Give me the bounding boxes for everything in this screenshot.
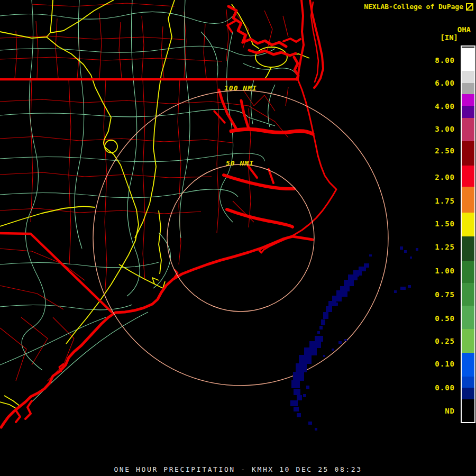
legend-band xyxy=(462,329,474,353)
precip-echo xyxy=(294,407,299,411)
legend-tick-label: ND xyxy=(413,406,455,416)
legend-tick-label: 3.00 xyxy=(413,124,455,134)
legend-band xyxy=(462,261,474,283)
product-caption: ONE HOUR PRECIPITATION - KMHX 10 DEC 25 … xyxy=(114,465,362,473)
legend-tick-label: 2.00 xyxy=(413,172,455,182)
legend-tick-label: 1.50 xyxy=(413,219,455,228)
legend-band xyxy=(462,166,474,187)
precip-echo xyxy=(309,341,321,348)
legend-band xyxy=(462,399,474,422)
precip-echo xyxy=(410,257,412,259)
precip-echo xyxy=(297,413,301,417)
legend-tick-label: 0.00 xyxy=(413,383,455,392)
precip-echo xyxy=(290,400,298,406)
precip-echo xyxy=(291,380,300,388)
precip-echo xyxy=(312,349,316,352)
precip-echo xyxy=(323,312,328,319)
legend-tick-label: 1.75 xyxy=(413,196,455,206)
precip-echo xyxy=(355,273,359,277)
highways-yellow xyxy=(0,0,309,408)
legend-band xyxy=(462,118,474,141)
precip-echo xyxy=(394,290,397,293)
legend-tick-label: 0.50 xyxy=(413,314,455,323)
roads-green xyxy=(0,0,296,402)
precip-echo xyxy=(294,389,300,395)
legend-band xyxy=(462,106,474,118)
legend-band xyxy=(462,388,474,399)
legend-band xyxy=(462,71,474,83)
precip-echo xyxy=(315,336,323,342)
legend-band xyxy=(462,141,474,166)
precip-echo xyxy=(332,296,342,301)
radar-viewport: NEXLAB-College of DuPage OHA [IN] 8.006.… xyxy=(0,0,476,476)
legend-band xyxy=(462,213,474,236)
range-ring-label-100: 100 NMI xyxy=(224,84,257,92)
precip-echo xyxy=(404,250,407,253)
legend-bar xyxy=(461,45,475,423)
legend-band xyxy=(462,306,474,329)
precip-echo xyxy=(315,428,317,431)
precip-echo xyxy=(350,283,354,286)
legend-tick-label: 0.75 xyxy=(413,290,455,299)
legend-tick-label: 4.00 xyxy=(413,102,455,111)
precip-echo xyxy=(297,395,302,400)
precip-echo xyxy=(408,285,411,288)
legend-band xyxy=(462,236,474,261)
legend-band xyxy=(462,353,474,377)
legend-band xyxy=(462,283,474,306)
precip-echo xyxy=(306,386,309,389)
range-ring-label-50: 50 NMI xyxy=(226,159,254,167)
legend-labels: 8.006.004.003.002.502.001.751.501.251.00… xyxy=(413,0,455,476)
precipitation-echoes xyxy=(290,246,418,431)
range-ring xyxy=(93,90,388,386)
precip-echo xyxy=(299,355,312,364)
range-ring xyxy=(167,164,314,312)
legend-tick-label: 2.50 xyxy=(413,146,455,155)
precip-echo xyxy=(319,326,323,329)
legend-band xyxy=(462,94,474,106)
radar-map-canvas xyxy=(0,0,476,476)
precip-echo xyxy=(317,331,320,334)
precip-echo xyxy=(323,355,325,357)
range-rings xyxy=(93,90,388,386)
precip-echo xyxy=(308,422,312,425)
legend-tick-label: 1.00 xyxy=(413,266,455,276)
precip-echo xyxy=(344,339,347,341)
product-code: OHA xyxy=(457,25,471,34)
legend-band xyxy=(462,83,474,94)
legend-band xyxy=(462,377,474,388)
legend-tick-label: 8.00 xyxy=(413,56,455,65)
legend-band xyxy=(462,187,474,213)
precip-echo xyxy=(301,370,304,381)
precip-echo xyxy=(400,246,403,250)
county-lines xyxy=(0,3,288,381)
precip-echo xyxy=(338,341,342,344)
precip-echo xyxy=(326,306,332,312)
cod-logo-icon xyxy=(466,3,473,11)
precip-echo xyxy=(303,394,306,397)
legend-band xyxy=(462,48,474,71)
legend-tick-label: 0.25 xyxy=(413,336,455,346)
precip-echo xyxy=(321,319,325,325)
precip-echo xyxy=(332,349,334,351)
precip-echo xyxy=(369,254,372,257)
legend-tick-label: 0.10 xyxy=(413,359,455,369)
precip-echo xyxy=(400,287,406,290)
state-borders xyxy=(0,79,297,312)
precip-echo xyxy=(335,303,338,306)
legend-tick-label: 6.00 xyxy=(413,78,455,88)
legend-tick-label: 1.25 xyxy=(413,242,455,252)
